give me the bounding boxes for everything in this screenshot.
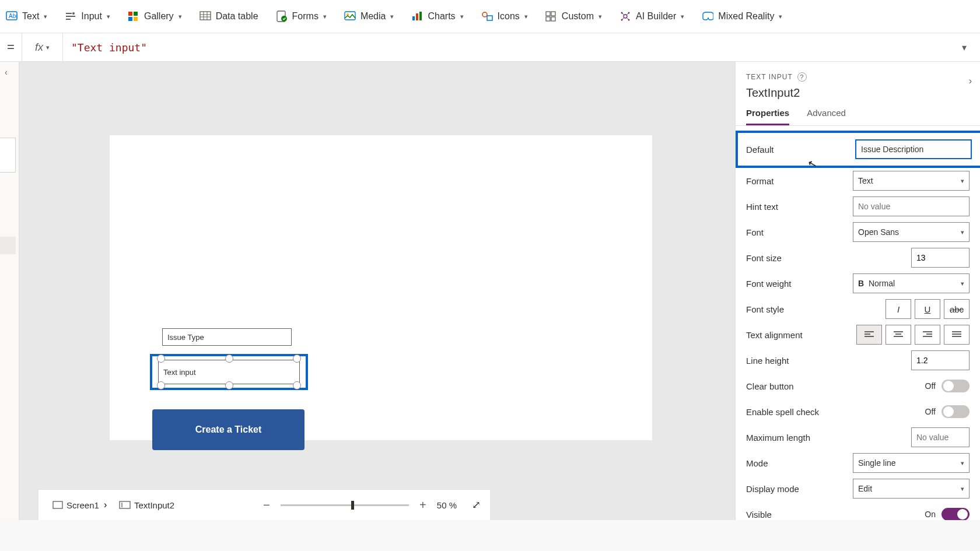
breadcrumb-sep: › (104, 500, 114, 510)
ribbon-label: Mixed Reality (718, 11, 774, 22)
prop-format-select[interactable]: Text▾ (853, 171, 970, 191)
svg-line-36 (626, 17, 628, 19)
svg-rect-9 (134, 17, 138, 21)
chevron-down-icon: ▾ (323, 13, 327, 20)
tab-advanced[interactable]: Advanced (807, 108, 846, 125)
chevron-down-icon: ▾ (961, 459, 964, 467)
svg-rect-37 (53, 501, 62, 508)
prop-label: Display mode (746, 484, 799, 494)
ribbon-text[interactable]: Abc Text▾ (6, 10, 47, 22)
chevron-down-icon: ▾ (961, 177, 964, 185)
tab-properties[interactable]: Properties (746, 108, 789, 125)
spellcheck-toggle[interactable] (942, 405, 970, 418)
help-icon[interactable]: ? (797, 72, 807, 82)
chevron-down-icon: ▾ (681, 13, 684, 20)
svg-rect-21 (419, 12, 422, 20)
underline-button[interactable]: U (915, 299, 940, 319)
left-rail-tab[interactable] (0, 237, 16, 254)
align-justify-button[interactable] (944, 325, 970, 345)
prop-default-input[interactable] (855, 139, 972, 159)
prop-fontweight-select[interactable]: B Normal▾ (853, 273, 970, 293)
breadcrumb-screen[interactable]: Screen1 (48, 498, 104, 513)
align-left-button[interactable] (856, 325, 882, 345)
chevron-down-icon: ▾ (390, 13, 394, 20)
prop-mode-select[interactable]: Single line▾ (853, 453, 970, 473)
pane-tabs: Properties Advanced (736, 100, 980, 126)
chevron-down-icon: ▾ (107, 13, 110, 20)
chevron-down-icon: ▾ (598, 13, 602, 20)
prop-row-textalign: Text alignment (736, 322, 980, 348)
clearbutton-toggle[interactable] (942, 380, 970, 392)
canvas-wrap[interactable]: Text input Create a Ticket Screen1 › Tex… (19, 62, 735, 520)
svg-rect-25 (551, 12, 555, 16)
equals-cell[interactable]: = (0, 33, 22, 61)
grid-icon (545, 10, 557, 22)
svg-point-5 (72, 12, 75, 15)
ribbon-label: Input (81, 11, 102, 22)
control-name[interactable]: TextInput2 (746, 86, 970, 100)
resize-handle[interactable] (293, 355, 301, 363)
resize-handle[interactable] (157, 381, 165, 389)
ribbon-label: AI Builder (636, 11, 676, 22)
ribbon-icons[interactable]: Icons▾ (481, 10, 528, 22)
resize-handle[interactable] (157, 355, 165, 363)
ribbon-label: Custom (562, 11, 594, 22)
ribbon-charts[interactable]: Charts▾ (411, 10, 463, 22)
formula-input[interactable] (63, 33, 956, 61)
resize-handle[interactable] (293, 381, 301, 389)
ribbon-gallery[interactable]: Gallery▾ (128, 10, 182, 22)
collapse-left-icon[interactable]: ‹ (5, 68, 8, 77)
strikethrough-button[interactable]: abc (944, 299, 970, 319)
zoom-thumb[interactable] (351, 501, 354, 510)
status-bar: Screen1 › TextInput2 − + 50 % ⤢ (38, 489, 490, 520)
svg-rect-7 (134, 12, 138, 16)
prop-row-spellcheck: Enable spell check Off (736, 399, 980, 424)
fx-dropdown[interactable]: fx▾ (22, 33, 63, 61)
zoom-in-button[interactable]: + (417, 499, 429, 512)
prop-label: Font (746, 227, 764, 237)
resize-handle[interactable] (225, 381, 233, 389)
visible-toggle[interactable] (942, 508, 970, 520)
prop-row-font: Font Open Sans▾ (736, 219, 980, 245)
toggle-state: Off (925, 381, 936, 391)
pane-header: TEXT INPUT ? TextInput2 › (736, 62, 980, 100)
expand-formula-icon[interactable]: ▾ (956, 42, 973, 53)
gallery-icon (128, 10, 139, 22)
svg-point-22 (482, 12, 487, 17)
ribbon-forms[interactable]: Forms▾ (276, 10, 327, 22)
ribbon-input[interactable]: Input▾ (65, 10, 110, 22)
ribbon-aibuilder[interactable]: AI Builder▾ (620, 10, 684, 22)
zoom-slider[interactable] (281, 504, 409, 506)
prop-fontsize-input[interactable] (911, 248, 970, 268)
ribbon-media[interactable]: Media▾ (344, 10, 394, 22)
prop-row-format: Format Text▾ (736, 168, 980, 194)
align-right-button[interactable] (915, 325, 940, 345)
default-prop-highlight: Default (736, 131, 980, 168)
main-area: ‹ Text input Create a Ticket Screen1 › (0, 62, 980, 520)
svg-rect-23 (487, 16, 492, 20)
collapse-pane-icon[interactable]: › (969, 76, 972, 86)
prop-font-select[interactable]: Open Sans▾ (853, 222, 970, 242)
italic-button[interactable]: I (886, 299, 911, 319)
prop-lineheight-input[interactable] (911, 350, 970, 370)
ribbon-datatable[interactable]: Data table (200, 10, 258, 22)
fit-to-screen-icon[interactable]: ⤢ (472, 499, 481, 511)
ribbon-mixedreality[interactable]: Mixed Reality▾ (702, 10, 782, 22)
zoom-out-button[interactable]: − (261, 499, 272, 512)
resize-handle[interactable] (225, 355, 233, 363)
issue-type-input[interactable] (162, 328, 292, 346)
selected-control[interactable]: Text input (150, 354, 308, 390)
properties-pane: TEXT INPUT ? TextInput2 › Properties Adv… (735, 62, 980, 520)
breadcrumb-control[interactable]: TextInput2 (114, 498, 179, 513)
ribbon-custom[interactable]: Custom▾ (545, 10, 602, 22)
align-center-button[interactable] (886, 325, 911, 345)
prop-maxlength-input[interactable] (911, 427, 970, 447)
create-ticket-button[interactable]: Create a Ticket (152, 409, 304, 450)
breadcrumb-label: TextInput2 (134, 500, 174, 510)
prop-row-clearbutton: Clear button Off (736, 373, 980, 399)
prop-displaymode-select[interactable]: Edit▾ (853, 479, 970, 499)
prop-row-fontsize: Font size (736, 245, 980, 271)
fontstyle-buttons: I U abc (886, 299, 970, 319)
svg-rect-27 (551, 17, 555, 21)
prop-hint-input[interactable] (853, 196, 970, 216)
